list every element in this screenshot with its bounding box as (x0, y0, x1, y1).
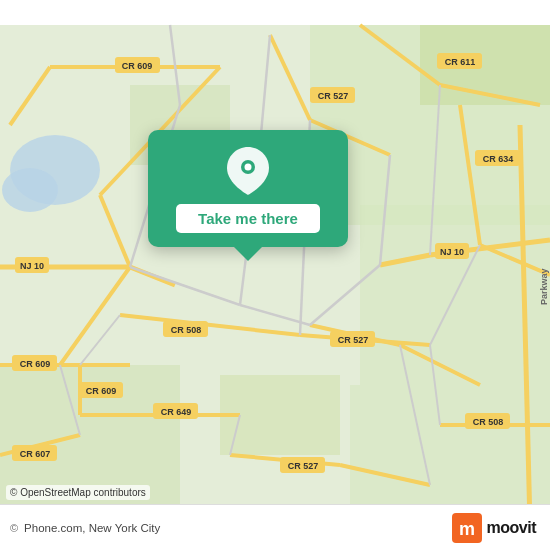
osm-text: © OpenStreetMap contributors (10, 487, 146, 498)
svg-text:CR 609: CR 609 (122, 61, 153, 71)
svg-text:CR 611: CR 611 (445, 57, 476, 67)
svg-text:CR 527: CR 527 (318, 91, 349, 101)
svg-text:CR 527: CR 527 (338, 335, 369, 345)
svg-text:CR 609: CR 609 (20, 359, 51, 369)
svg-text:CR 609: CR 609 (86, 386, 117, 396)
location-pin-icon-wrapper (225, 148, 271, 194)
svg-text:m: m (459, 519, 475, 539)
svg-text:CR 527: CR 527 (288, 461, 319, 471)
svg-text:CR 607: CR 607 (20, 449, 51, 459)
moovit-brand-text: moovit (487, 519, 536, 537)
svg-text:NJ 10: NJ 10 (440, 247, 464, 257)
location-tooltip-card: Take me there (148, 130, 348, 247)
take-me-there-button[interactable]: Take me there (176, 204, 320, 233)
svg-text:CR 508: CR 508 (473, 417, 504, 427)
osm-attribution: © OpenStreetMap contributors (6, 485, 150, 500)
copyright-symbol: © (10, 522, 18, 534)
source-label: Phone.com, New York City (24, 522, 160, 534)
svg-point-2 (2, 168, 58, 212)
location-pin-icon (227, 147, 269, 195)
bottom-left-info: © Phone.com, New York City (10, 522, 160, 534)
bottom-bar: © Phone.com, New York City m moovit (0, 504, 550, 550)
svg-text:Parkway: Parkway (539, 268, 549, 305)
moovit-m-icon: m (452, 513, 482, 543)
svg-text:CR 634: CR 634 (483, 154, 514, 164)
svg-text:NJ 10: NJ 10 (20, 261, 44, 271)
map-container: CR 609 CR 611 CR 527 NJ 10 CR 634 CR 609… (0, 0, 550, 550)
moovit-logo: m moovit (452, 513, 536, 543)
map-background: CR 609 CR 611 CR 527 NJ 10 CR 634 CR 609… (0, 0, 550, 550)
svg-point-83 (245, 164, 252, 171)
svg-text:CR 508: CR 508 (171, 325, 202, 335)
svg-text:CR 649: CR 649 (161, 407, 192, 417)
